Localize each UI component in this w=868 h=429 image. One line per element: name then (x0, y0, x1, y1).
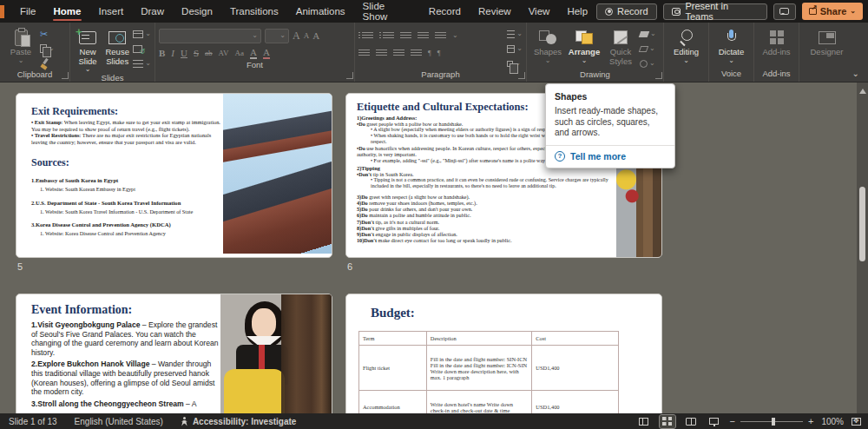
zoom-out-button[interactable]: − (730, 417, 735, 426)
strikethrough-button[interactable]: ab (205, 49, 213, 57)
shape-effects-button[interactable] (640, 57, 656, 69)
copy-button[interactable] (40, 43, 55, 55)
present-in-teams-button[interactable]: Present in Teams (663, 3, 767, 20)
underline-button[interactable]: U (181, 48, 187, 58)
increase-font-size-button[interactable]: A (293, 30, 300, 43)
character-spacing-button[interactable]: AV (219, 49, 229, 57)
justify-icon[interactable] (411, 50, 422, 57)
slide-7-thumbnail[interactable]: Event Information:1.Visit Gyeongbokgung … (16, 294, 332, 413)
align-right-icon[interactable] (393, 50, 404, 57)
scrollbar-thumb[interactable] (859, 187, 865, 261)
numbering-icon[interactable] (383, 32, 394, 40)
zoom-in-button[interactable]: + (808, 417, 813, 426)
bullets-icon[interactable] (362, 32, 373, 40)
change-case-button[interactable]: Aa (234, 49, 244, 57)
line-spacing-icon[interactable] (435, 32, 446, 40)
slide-indicator[interactable]: Slide 1 of 13 (0, 417, 66, 426)
record-button[interactable]: Record (596, 3, 656, 20)
columns-icon[interactable]: ¶ (428, 50, 431, 57)
menu-item[interactable]: Slide Show (354, 0, 420, 23)
text-direction-icon[interactable]: ¶ (437, 50, 441, 57)
language-indicator[interactable]: English (United States) (66, 417, 172, 426)
shapes-button[interactable]: Shapes (530, 25, 565, 64)
menu-item[interactable]: Help (558, 0, 596, 23)
section-icon (133, 60, 143, 68)
font-dialog-launcher-icon[interactable] (346, 72, 353, 79)
zoom-slider[interactable] (740, 421, 803, 422)
font-size-combobox[interactable] (265, 29, 289, 43)
decrease-indent-icon[interactable] (400, 32, 411, 40)
vertical-scrollbar[interactable] (857, 82, 868, 413)
menu-item[interactable]: Animations (287, 0, 354, 23)
arrange-button[interactable]: Arrange (567, 25, 602, 64)
decrease-font-size-button[interactable]: A (304, 31, 310, 40)
menu-item[interactable]: Draw (132, 0, 173, 23)
zoom-percentage[interactable]: 100% (821, 417, 844, 426)
slide-sorter-canvas: Exit Requirements:• Exit Stamp: When lea… (0, 82, 868, 413)
share-button[interactable]: Share (802, 3, 863, 20)
section-button[interactable] (133, 57, 151, 69)
quick-styles-button[interactable]: Quick Styles (603, 25, 638, 66)
bold-button[interactable]: B (159, 48, 165, 58)
normal-view-button[interactable] (636, 415, 652, 428)
slide-sorter-view-button[interactable] (660, 415, 675, 428)
addins-group-label: Add-ins (758, 69, 795, 82)
align-left-icon[interactable] (358, 50, 370, 57)
tell-me-more-link[interactable]: ? Tell me more (555, 151, 666, 162)
slide-8-thumbnail[interactable]: Budget: TermDescriptionCost Flight ticke… (345, 294, 662, 413)
highlight-color-button[interactable]: A (250, 47, 257, 59)
new-slide-button[interactable]: New Slide (74, 25, 102, 73)
reset-button[interactable] (133, 43, 151, 55)
dictate-button[interactable]: Dictate (714, 25, 749, 64)
paragraph-group: ¶ ¶ Paragraph (354, 23, 526, 82)
clear-formatting-button[interactable]: A (312, 30, 319, 41)
paragraph-dialog-launcher-icon[interactable] (518, 72, 525, 79)
designer-button[interactable]: Designer (810, 25, 845, 57)
slide-text-line: 3.Korea Disease Control and Prevention A… (31, 214, 220, 230)
clipboard-dialog-launcher-icon[interactable] (62, 72, 69, 79)
collapse-ribbon-icon[interactable] (852, 69, 859, 78)
menu-item[interactable]: Transitions (221, 0, 287, 23)
scroll-up-arrow-icon[interactable] (859, 85, 866, 94)
menu-item[interactable]: Review (470, 0, 520, 23)
text-direction-button[interactable] (507, 28, 523, 40)
shape-outline-button[interactable] (640, 43, 656, 55)
menu-bar: File Home Insert Draw Design Transitions… (11, 0, 596, 23)
addins-button[interactable]: Add-ins (760, 25, 794, 57)
font-color-button[interactable]: A (263, 47, 270, 59)
cut-button[interactable]: ✂ (40, 28, 55, 40)
format-painter-button[interactable] (40, 57, 55, 69)
slide-5-thumbnail[interactable]: Exit Requirements:• Exit Stamp: When lea… (16, 93, 332, 258)
reuse-slides-button[interactable]: Reuse Slides (103, 25, 131, 66)
slide-text-line: 6)Do maintain a polite and humble attitu… (357, 212, 617, 218)
comments-button[interactable] (773, 3, 796, 20)
increase-indent-icon[interactable] (418, 32, 429, 40)
menu-item[interactable]: Record (420, 0, 470, 23)
menu-item[interactable]: Home (45, 0, 90, 23)
accessibility-checker[interactable]: Accessibility: Investigate (172, 417, 306, 426)
convert-to-smartart-button[interactable] (507, 57, 523, 69)
reading-view-button[interactable] (683, 415, 699, 428)
menu-item[interactable]: Insert (89, 0, 132, 23)
align-text-button[interactable] (507, 43, 523, 55)
font-name-combobox[interactable] (159, 29, 261, 43)
slideshow-button[interactable] (707, 415, 722, 428)
designer-label: Designer (810, 48, 843, 57)
powerpoint-window: File Home Insert Draw Design Transitions… (0, 0, 868, 429)
titlebar-actions: Record Present in Teams Share (596, 3, 868, 20)
photo-sleeve (224, 369, 285, 413)
drawing-dialog-launcher-icon[interactable] (655, 72, 662, 79)
photo-face (252, 308, 276, 338)
shape-fill-button[interactable] (640, 28, 656, 40)
menu-item[interactable]: File (11, 0, 45, 23)
layout-button[interactable] (133, 28, 151, 40)
align-center-icon[interactable] (376, 50, 387, 57)
editing-button[interactable]: Editing (669, 25, 704, 64)
paste-button[interactable]: Paste (3, 25, 38, 64)
italic-button[interactable]: I (171, 48, 174, 58)
fit-to-window-icon[interactable] (852, 418, 861, 426)
text-shadow-button[interactable]: S (194, 48, 199, 58)
menu-item[interactable]: View (520, 0, 559, 23)
zoom-slider-thumb[interactable] (772, 418, 775, 426)
menu-item[interactable]: Design (173, 0, 221, 23)
